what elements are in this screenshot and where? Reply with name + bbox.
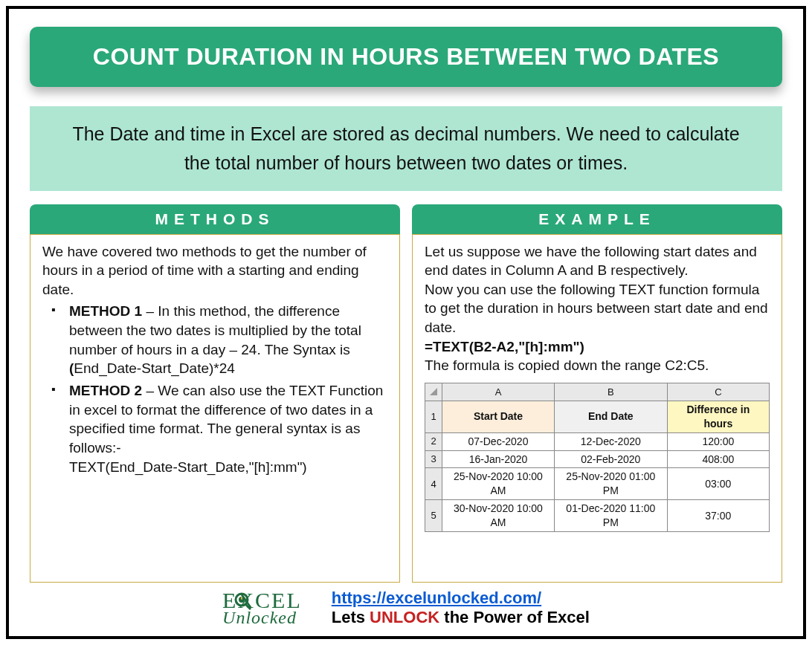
table-row: 4 25-Nov-2020 10:00 AM 25-Nov-2020 01:00… bbox=[425, 468, 770, 500]
row-header: 2 bbox=[425, 432, 442, 450]
document-frame: COUNT DURATION IN HOURS BETWEEN TWO DATE… bbox=[6, 6, 806, 639]
grid-corner bbox=[425, 383, 442, 401]
footer-link[interactable]: https://excelunlocked.com/ bbox=[332, 589, 541, 607]
svg-line-4 bbox=[245, 604, 251, 609]
excel-table: A B C 1 Start Date End Date Difference i… bbox=[425, 383, 770, 532]
cell-end: 12-Dec-2020 bbox=[554, 432, 667, 450]
cell-diff: 03:00 bbox=[667, 468, 769, 500]
method-2-label: METHOD 2 bbox=[69, 383, 142, 398]
svg-rect-3 bbox=[241, 597, 242, 600]
example-p3: The formula is copied down the range C2:… bbox=[425, 356, 770, 375]
cell-diff: 408:00 bbox=[667, 450, 769, 468]
col-header-b: B bbox=[554, 383, 667, 401]
header-diff: Difference in hours bbox=[667, 401, 769, 432]
magnifying-glass-icon bbox=[234, 592, 252, 610]
cell-end: 01-Dec-2020 11:00 PM bbox=[554, 500, 667, 532]
example-heading: EXAMPLE bbox=[412, 204, 782, 234]
cell-start: 07-Dec-2020 bbox=[442, 432, 555, 450]
cell-diff: 120:00 bbox=[667, 432, 769, 450]
method-1-syntax: End_Date-Start_Date)*24 bbox=[74, 360, 235, 376]
table-row: 5 30-Nov-2020 10:00 AM 01-Dec-2020 11:00… bbox=[425, 500, 770, 532]
footer-text: https://excelunlocked.com/ Lets UNLOCK t… bbox=[332, 589, 590, 627]
page-title: COUNT DURATION IN HOURS BETWEEN TWO DATE… bbox=[30, 27, 782, 87]
brand-logo: EXCEL Unlocked bbox=[222, 590, 302, 626]
tagline-pre: Lets bbox=[332, 608, 370, 626]
example-body: Let us suppose we have the following sta… bbox=[412, 234, 782, 583]
col-header-a: A bbox=[442, 383, 555, 401]
table-row: 2 07-Dec-2020 12-Dec-2020 120:00 bbox=[425, 432, 770, 450]
header-end-date: End Date bbox=[554, 401, 667, 432]
cell-diff: 37:00 bbox=[667, 500, 769, 532]
methods-lead: We have covered two methods to get the n… bbox=[42, 242, 387, 299]
svg-marker-0 bbox=[430, 388, 437, 395]
methods-body: We have covered two methods to get the n… bbox=[30, 234, 400, 583]
table-row: 3 16-Jan-2020 02-Feb-2020 408:00 bbox=[425, 450, 770, 468]
row-header: 5 bbox=[425, 500, 442, 532]
example-formula: =TEXT(B2-A2,"[h]:mm") bbox=[425, 337, 770, 357]
row-header: 3 bbox=[425, 450, 442, 468]
methods-column: METHODS We have covered two methods to g… bbox=[30, 204, 400, 583]
method-2-syntax: TEXT(End_Date-Start_Date,"[h]:mm") bbox=[69, 459, 307, 475]
header-start-date: Start Date bbox=[442, 401, 555, 432]
example-p2: Now you can use the following TEXT funct… bbox=[425, 280, 770, 337]
brand-top: EXCEL bbox=[222, 590, 302, 610]
intro-text: The Date and time in Excel are stored as… bbox=[30, 106, 782, 191]
method-1-label: METHOD 1 bbox=[69, 303, 142, 319]
example-column: EXAMPLE Let us suppose we have the follo… bbox=[412, 204, 782, 583]
cell-start: 16-Jan-2020 bbox=[442, 450, 555, 468]
method-2-item: METHOD 2 – We can also use the TEXT Func… bbox=[42, 381, 387, 476]
cell-start: 25-Nov-2020 10:00 AM bbox=[442, 468, 555, 500]
cell-end: 02-Feb-2020 bbox=[554, 450, 667, 468]
content-columns: METHODS We have covered two methods to g… bbox=[30, 204, 782, 583]
select-all-icon bbox=[430, 388, 437, 395]
cell-end: 25-Nov-2020 01:00 PM bbox=[554, 468, 667, 500]
brand-bottom: Unlocked bbox=[222, 610, 302, 626]
row-header: 4 bbox=[425, 468, 442, 500]
method-1-item: METHOD 1 – In this method, the differenc… bbox=[42, 302, 387, 378]
cell-start: 30-Nov-2020 10:00 AM bbox=[442, 500, 555, 532]
col-header-c: C bbox=[667, 383, 769, 401]
footer: EXCEL Unlocked https://excelunlocked.com… bbox=[30, 583, 782, 627]
example-p1: Let us suppose we have the following sta… bbox=[425, 242, 770, 280]
row-header-1: 1 bbox=[425, 401, 442, 432]
methods-heading: METHODS bbox=[30, 204, 400, 234]
tagline-unlock: UNLOCK bbox=[370, 608, 439, 626]
tagline-post: the Power of Excel bbox=[439, 608, 590, 626]
